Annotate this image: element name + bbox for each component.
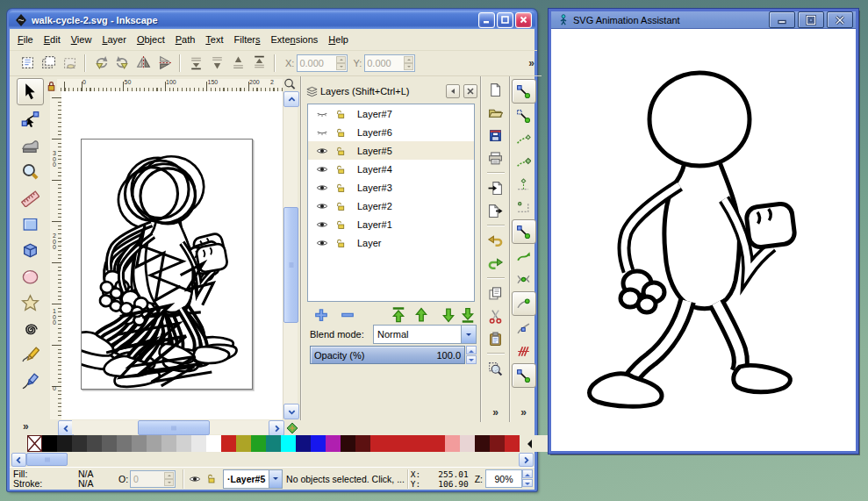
- layer-row-layer-2[interactable]: Layer#2: [308, 197, 474, 215]
- swatch-c42222[interactable]: [430, 435, 445, 452]
- swatch-c42222[interactable]: [385, 435, 400, 452]
- layer-row-layer[interactable]: Layer: [308, 233, 474, 252]
- flip-v-button[interactable]: [154, 54, 174, 73]
- palette-scroll-thumb[interactable]: [26, 453, 68, 466]
- fill-stroke-indicator[interactable]: Fill:N/A Stroke:N/A: [10, 469, 111, 489]
- snap-overflow-button[interactable]: »: [520, 406, 527, 419]
- y-field[interactable]: 0.000: [364, 54, 415, 72]
- swatch-ffffff[interactable]: [206, 435, 221, 452]
- snap-smooth-nodes-button[interactable]: [513, 318, 534, 339]
- tool-spiral[interactable]: [18, 317, 43, 342]
- rotate-ccw-button[interactable]: [91, 54, 111, 73]
- tool-pencil[interactable]: [18, 343, 43, 369]
- palette-arrow-icon[interactable]: [523, 440, 532, 448]
- hscroll-thumb[interactable]: [138, 420, 210, 435]
- save-document-button[interactable]: [485, 125, 506, 146]
- assistant-titlebar[interactable]: SVG Animation Assistant: [551, 11, 856, 29]
- snap-bbox-edges-button[interactable]: [513, 128, 534, 149]
- swatch-e8d4d4[interactable]: [460, 435, 475, 452]
- menu-edit[interactable]: Edit: [39, 32, 66, 47]
- swatch-c8231e[interactable]: [221, 435, 236, 452]
- swatch-c42222[interactable]: [415, 435, 430, 452]
- menu-path[interactable]: Path: [170, 32, 201, 47]
- rotate-cw-button[interactable]: [112, 54, 132, 73]
- swatch-5c1111[interactable]: [355, 435, 370, 452]
- canvas-hscrollbar[interactable]: [72, 420, 269, 434]
- print-document-button[interactable]: [485, 147, 506, 168]
- tool-zoom-tool[interactable]: [18, 159, 43, 184]
- swatch-360a0a[interactable]: [475, 435, 490, 452]
- flip-h-button[interactable]: [133, 54, 153, 73]
- deselect-button[interactable]: [60, 54, 79, 73]
- swatch-21a121[interactable]: [251, 435, 266, 452]
- new-document-button[interactable]: [485, 79, 506, 100]
- ruler-lock-icon[interactable]: [45, 80, 58, 93]
- minimize-button[interactable]: [478, 12, 495, 28]
- tool-selector[interactable]: [17, 78, 44, 105]
- layer-row-layer-6[interactable]: Layer#6: [308, 123, 474, 141]
- swatch-0f0f80[interactable]: [296, 435, 311, 452]
- swatch-474747[interactable]: [87, 435, 102, 452]
- maximize-button[interactable]: [497, 12, 513, 28]
- menu-view[interactable]: View: [66, 32, 97, 47]
- raise-layer-top-button[interactable]: [390, 306, 407, 324]
- assistant-close-button[interactable]: [827, 11, 853, 28]
- swatch-303030[interactable]: [72, 435, 87, 452]
- import-document-button[interactable]: [485, 177, 506, 198]
- layer-row-layer-5[interactable]: Layer#5: [308, 141, 474, 160]
- snap-midpoints-button[interactable]: [513, 340, 534, 361]
- tool-tweak[interactable]: [18, 132, 43, 158]
- snap-bbox-edge-midpoints-button[interactable]: [513, 174, 534, 195]
- raise-top-button[interactable]: [249, 54, 269, 73]
- snap-nodes-button[interactable]: [512, 219, 536, 244]
- commands-overflow-button[interactable]: »: [492, 406, 499, 419]
- zoom-field[interactable]: 90%: [485, 469, 522, 488]
- snap-bbox-corners-button[interactable]: [513, 151, 534, 172]
- swatch-ada426[interactable]: [236, 435, 251, 452]
- swatch-2c0808[interactable]: [341, 435, 355, 452]
- swatch-b01fb0[interactable]: [326, 435, 341, 452]
- opacity-slider[interactable]: Opacity (%) 100.0: [310, 346, 465, 364]
- snap-bbox-button[interactable]: [513, 105, 534, 126]
- swatch-5e5e5e[interactable]: [102, 435, 117, 452]
- tool-node-editor[interactable]: [18, 106, 43, 132]
- x-field[interactable]: 0.000: [297, 54, 348, 72]
- page[interactable]: [81, 139, 253, 390]
- swatch-a3a3a3[interactable]: [147, 435, 161, 452]
- tool-ellipse-tool[interactable]: [18, 264, 43, 290]
- layer-visibility-icon[interactable]: [189, 473, 201, 485]
- tool-box-3d[interactable]: [18, 238, 43, 263]
- palette-scroll-right-button[interactable]: [519, 453, 534, 467]
- toolbar-overflow-button[interactable]: »: [528, 57, 534, 69]
- menu-help[interactable]: Help: [323, 32, 354, 47]
- assistant-minimize-button[interactable]: [769, 11, 795, 28]
- snap-others-button[interactable]: [512, 363, 536, 388]
- swatch-c42222[interactable]: [370, 435, 385, 452]
- lower-layer-bottom-button[interactable]: [459, 306, 477, 324]
- select-all-button[interactable]: [18, 54, 37, 73]
- swatch-none[interactable]: [27, 435, 42, 452]
- menu-extensions[interactable]: Extensions: [266, 32, 324, 47]
- raise-button[interactable]: [228, 54, 247, 73]
- opacity-spinner[interactable]: [466, 346, 477, 364]
- layer-row-layer-1[interactable]: Layer#1: [308, 215, 474, 233]
- vscroll-thumb[interactable]: [283, 207, 298, 323]
- tool-measure[interactable]: [18, 185, 43, 211]
- swatch-c42222[interactable]: [400, 435, 415, 452]
- inkscape-titlebar[interactable]: walk-cycle-2.svg - Inkscape: [9, 11, 535, 29]
- snap-paths-button[interactable]: [513, 246, 534, 267]
- swatch-e8e8e8[interactable]: [191, 435, 206, 452]
- swatch-00ffff[interactable]: [281, 435, 296, 452]
- cms-adjust-icon[interactable]: [285, 421, 299, 435]
- menu-file[interactable]: File: [12, 32, 39, 47]
- layer-row-layer-4[interactable]: Layer#4: [308, 160, 474, 178]
- swatch-191919[interactable]: [57, 435, 72, 452]
- panel-close-button[interactable]: [463, 84, 477, 98]
- snap-intersections-button[interactable]: [513, 268, 534, 290]
- swatch-1717ee[interactable]: [311, 435, 326, 452]
- lower-button[interactable]: [207, 54, 226, 73]
- menu-layer[interactable]: Layer: [97, 32, 132, 47]
- palette-scroll-left-button[interactable]: [11, 453, 26, 467]
- current-layer-combo[interactable]: ·Layer#5: [223, 469, 283, 489]
- tool-star-tool[interactable]: [18, 290, 43, 316]
